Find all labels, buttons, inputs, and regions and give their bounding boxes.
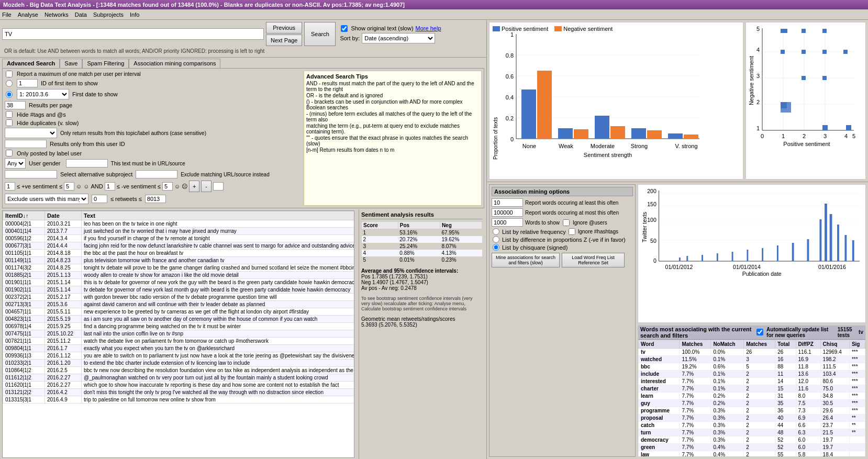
exclude-match-input[interactable] [136, 170, 177, 178]
table-row[interactable]: 013315|3|12016.4.9trip to palestine on f… [3, 396, 355, 404]
table-row[interactable]: 001174|3|22014.8.25tonight tv debate wil… [3, 264, 355, 272]
only-posted-checkbox[interactable] [6, 150, 13, 156]
table-row[interactable]: 006978|1|42015.9.25find a dancing progra… [3, 323, 355, 330]
menu-subprojects[interactable]: Subprojects [93, 12, 124, 18]
at-most-input[interactable] [492, 208, 523, 217]
table-row[interactable]: 001149|1|12014.8.23plus television tomor… [3, 257, 355, 264]
table-row[interactable]: 001105|1|12014.8.18the bbc at the past t… [3, 250, 355, 257]
word-assoc-row[interactable]: catch 7.7% 0.3% 2 44 6.6 23.7 ** [639, 421, 865, 429]
ignore-users-checkbox[interactable] [563, 219, 570, 226]
word-assoc-row[interactable]: turn 7.7% 0.3% 2 48 6.3 21.5 ** [639, 429, 865, 436]
word-assoc-row[interactable]: bbc 19.2% 0.6% 5 88 11.8 111.5 *** [639, 363, 865, 370]
word-assoc-row[interactable]: guy 7.7% 0.2% 2 35 7.5 30.5 *** [639, 399, 865, 407]
menu-analyse[interactable]: Analyse [18, 12, 38, 18]
table-row[interactable]: 001901|1|12015.1.14this is tv debate for… [3, 279, 355, 286]
tab-advanced-search[interactable]: Advanced Search [2, 59, 60, 68]
table-row[interactable]: 000401|1|42013.7.7just switched on the t… [3, 228, 355, 235]
retweets-max[interactable] [145, 195, 166, 203]
results-table-container[interactable]: ItemID↓↑ Date Text 000004|2|12010.3.21le… [2, 210, 354, 458]
previous-button[interactable]: Previous [266, 22, 302, 33]
col-header-id[interactable]: ItemID↓↑ [3, 211, 45, 220]
wt-col-sig[interactable]: Sig [849, 340, 865, 348]
word-assoc-row[interactable]: learn 7.7% 0.2% 2 31 8.0 34.8 *** [639, 392, 865, 399]
menu-file[interactable]: File [2, 12, 12, 18]
sent-neg-min[interactable] [105, 182, 115, 191]
sent-minus-btn[interactable]: - [201, 181, 212, 192]
hide-duplicates-checkbox[interactable] [6, 119, 13, 126]
word-assoc-row[interactable]: tv 100.0% 0.0% 26 26 116.1 12969.4 *** [639, 348, 865, 355]
table-row[interactable]: 002372|2|12015.2.17with gordon brewer bb… [3, 294, 355, 301]
table-row[interactable]: 009936|1|32016.1.12you are able to switc… [3, 352, 355, 360]
wt-col-diffpz[interactable]: DiffPZ [796, 340, 820, 348]
table-row[interactable]: 000677|3|12014.4.4facing john reid for t… [3, 242, 355, 250]
id-radio-1[interactable] [6, 80, 13, 87]
table-row[interactable]: 004657|1|12015.5.11new experience to be … [3, 308, 355, 316]
sent-neg-max[interactable] [162, 182, 173, 191]
retweets-min[interactable] [92, 195, 107, 203]
results-per-page-input[interactable] [5, 101, 26, 109]
more-help-link[interactable]: More help [416, 25, 441, 31]
mine-assoc-button[interactable]: Mine associations for search and filters… [492, 253, 560, 267]
wt-col-matchcount[interactable]: Matches [744, 340, 775, 348]
table-row[interactable]: 010864|1|22016.2.5bbc tv new now describ… [3, 367, 355, 374]
wt-col-matches[interactable]: Matches [680, 340, 711, 348]
id-radio-2[interactable] [6, 91, 13, 98]
word-assoc-row[interactable]: proposal 7.7% 0.3% 2 40 6.9 26.4 ** [639, 414, 865, 421]
wt-col-word[interactable]: Word [639, 340, 680, 348]
table-row[interactable]: 007475|1|12015.10.22last nail into the u… [3, 330, 355, 338]
table-row[interactable]: 001885|2|12015.1.13woody allen to create… [3, 272, 355, 279]
word-assoc-row[interactable]: include 7.7% 0.1% 2 11 13.6 103.4 *** [639, 370, 865, 377]
alt-subproject-input[interactable] [5, 170, 57, 178]
wt-col-total[interactable]: Total [775, 340, 796, 348]
menu-data[interactable]: Data [75, 12, 87, 18]
table-row[interactable]: 000596|1|22014.3.4if you find yourself i… [3, 235, 355, 242]
table-row[interactable]: 011612|1|22016.2.27@_paulmonaghan watche… [3, 374, 355, 382]
hide-hashtags-checkbox[interactable] [6, 111, 13, 118]
words-to-show-input[interactable] [492, 218, 523, 227]
sent-pos-max[interactable] [64, 182, 74, 191]
tab-save[interactable]: Save [60, 59, 82, 68]
wt-col-nomatch[interactable]: NoMatch [711, 340, 744, 348]
at-least-input[interactable] [492, 198, 523, 207]
table-row[interactable]: 004823|1|12015.5.19as i am sure you all … [3, 316, 355, 323]
list-chisquare-radio[interactable] [493, 244, 499, 251]
table-row[interactable]: 007821|1|12015.11.2watch the debate live… [3, 338, 355, 345]
table-row[interactable]: 013121|2|22016.4.2don't miss this tonigh… [3, 389, 355, 396]
topic-label-select[interactable] [5, 128, 57, 138]
word-assoc-row[interactable]: law 7.7% 0.4% 2 55 5.8 18.4 [639, 451, 865, 457]
menu-networks[interactable]: Networks [44, 12, 69, 18]
word-assoc-row[interactable]: watched 11.5% 0.1% 3 16 16.9 198.2 *** [639, 355, 865, 363]
table-row[interactable]: 010233|2|12016.1.20to extend the bbc cha… [3, 360, 355, 367]
list-difference-radio[interactable] [493, 236, 499, 243]
url-input[interactable] [66, 159, 108, 167]
wt-col-chisq[interactable]: Chisq [820, 340, 849, 348]
ignore-hashtags-checkbox[interactable] [569, 228, 575, 235]
table-row[interactable]: 000004|2|12010.3.21leo has been on the t… [3, 220, 355, 228]
tab-spam-filtering[interactable]: Spam Filtering [82, 59, 129, 68]
tab-association-mining[interactable]: Association mining comparisons [129, 59, 220, 68]
col-header-text[interactable]: Text [82, 211, 355, 220]
list-relative-radio[interactable] [493, 228, 499, 235]
search-input[interactable] [2, 28, 264, 40]
sent-plus-btn[interactable]: + [189, 181, 199, 192]
report-max-checkbox[interactable] [6, 71, 13, 77]
first-date-select[interactable]: 1: 2010.3.6 [17, 89, 69, 99]
load-word-freq-button[interactable]: Load Word Freq List Reference Set [562, 253, 625, 267]
col-header-date[interactable]: Date [45, 211, 82, 220]
id-first-input[interactable] [17, 79, 38, 87]
user-id-input[interactable] [5, 140, 47, 148]
sent-val-input[interactable] [213, 182, 224, 191]
sort-by-select[interactable]: Date (ascending) [362, 33, 435, 43]
table-row[interactable]: 009804|1|12016.1.7exactly what you expec… [3, 345, 355, 352]
table-row[interactable]: 002713|3|12015.3.6against david cameron … [3, 301, 355, 308]
auto-update-checkbox[interactable] [756, 329, 763, 335]
word-assoc-row[interactable]: green 7.7% 0.4% 2 52 6.0 19.7 [639, 443, 865, 451]
next-page-button[interactable]: Next Page [266, 35, 302, 46]
any-select[interactable]: Any [5, 158, 26, 169]
table-row[interactable]: 011620|1|12016.2.27which goe to show how… [3, 382, 355, 389]
word-assoc-row[interactable]: charter 7.7% 0.1% 2 15 11.6 75.0 *** [639, 385, 865, 392]
word-assoc-row[interactable]: programme 7.7% 0.3% 2 36 7.3 29.6 *** [639, 407, 865, 414]
sent-pos-min[interactable] [5, 182, 15, 191]
word-assoc-row[interactable]: democracy 7.7% 0.3% 2 52 6.0 19.7 [639, 436, 865, 443]
show-original-checkbox[interactable] [341, 25, 348, 32]
